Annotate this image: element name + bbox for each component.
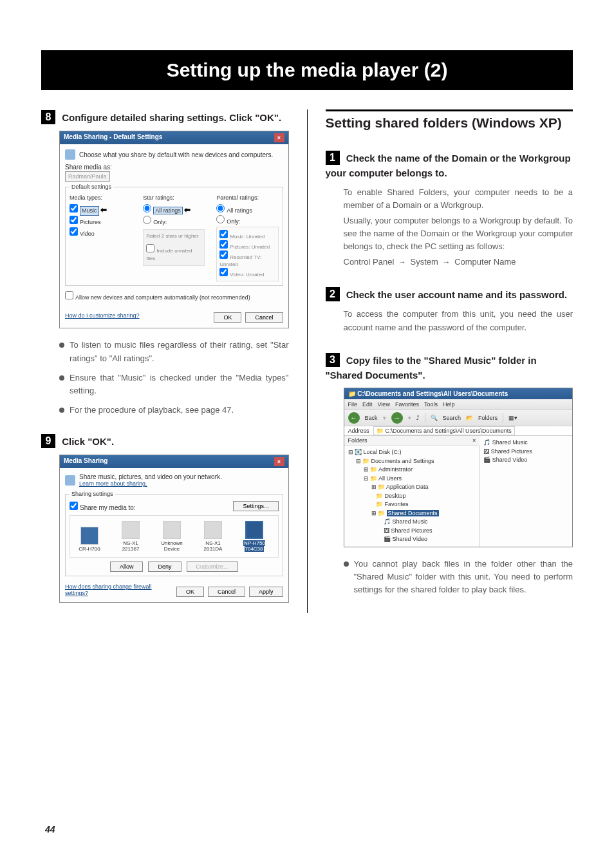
include-unrated-checkbox[interactable] — [146, 244, 154, 252]
tree-allusers[interactable]: All Users — [378, 475, 402, 482]
close-pane-icon[interactable]: × — [472, 437, 476, 444]
rating-pics: Pictures: Unrated — [230, 244, 270, 250]
parental-all-radio[interactable] — [216, 204, 225, 212]
tree-local-disk[interactable]: Local Disk (C:) — [364, 449, 402, 455]
step-9-badge: 9 — [41, 434, 55, 448]
menu-edit[interactable]: Edit — [362, 401, 373, 408]
cancel-button[interactable]: Cancel — [208, 587, 245, 597]
close-icon[interactable]: × — [274, 133, 284, 142]
ss1-share-as-label: Share media as: — [65, 164, 283, 171]
address-bar: Address 📁 C:\Documents and Settings\All … — [344, 426, 573, 436]
tree-favorites[interactable]: Favorites — [385, 501, 409, 507]
customize-link[interactable]: How do I customize sharing? — [65, 312, 140, 319]
device-item: NS-X1 2031DA — [196, 521, 230, 552]
menu-help[interactable]: Help — [443, 401, 455, 408]
device-item: Unknown Device — [155, 521, 189, 552]
rating-music: Music: Unrated — [230, 234, 265, 240]
parental-only-radio[interactable] — [216, 215, 225, 223]
device-item: NP-H750 704C38 — [237, 521, 271, 552]
step-1-p2: Usually, your computer belongs to a Work… — [344, 214, 573, 253]
device-icon[interactable] — [204, 521, 222, 539]
tree-admin[interactable]: Administrator — [378, 466, 413, 473]
close-icon[interactable]: × — [274, 457, 284, 466]
customize-button[interactable]: Customize... — [187, 561, 238, 572]
tree-shared-video[interactable]: Shared Video — [393, 536, 427, 542]
device-icon[interactable] — [122, 521, 140, 539]
sharing-legend: Sharing settings — [70, 491, 115, 497]
bullet-icon — [59, 408, 64, 413]
star-ratings-title: Star ratings: — [143, 194, 205, 203]
ok-button[interactable]: OK — [176, 587, 204, 597]
back-button-icon[interactable]: ← — [348, 412, 360, 424]
views-icon[interactable]: ▦▾ — [508, 415, 517, 421]
ss2-desc: Share music, pictures, and video on your… — [79, 473, 222, 480]
device-icon[interactable] — [80, 527, 98, 545]
rating-video-check[interactable] — [219, 268, 228, 276]
step-1-path: Control Panel → System → Computer Name — [344, 256, 573, 269]
ss1-title: Media Sharing - Default Settings — [64, 133, 162, 142]
device-icon[interactable] — [163, 521, 181, 539]
allow-button[interactable]: Allow — [110, 561, 144, 572]
allow-new-checkbox[interactable] — [65, 291, 73, 299]
step-9-title: Click "OK". — [62, 436, 114, 447]
back-label[interactable]: Back — [365, 415, 378, 421]
deny-button[interactable]: Deny — [148, 561, 181, 572]
device-label: CR-H700 — [79, 546, 100, 552]
list-item[interactable]: Shared Pictures — [491, 448, 532, 455]
device-label: NP-H750 704C38 — [243, 540, 265, 552]
star-rated-label: Rated 2 stars or higher — [146, 232, 201, 240]
search-icon[interactable]: 🔍 — [431, 415, 438, 421]
folders-icon[interactable]: 📂 — [466, 415, 473, 421]
step-3-badge: 3 — [326, 353, 340, 367]
ok-button[interactable]: OK — [214, 312, 241, 323]
firewall-link[interactable]: How does sharing change firewall setting… — [65, 583, 176, 596]
list-item[interactable]: Shared Video — [492, 457, 527, 463]
wmp-icon — [65, 149, 75, 160]
share-my-media-checkbox[interactable] — [70, 502, 78, 510]
video-checkbox[interactable] — [70, 227, 78, 236]
section-heading: Setting shared folders (Windows XP) — [326, 109, 573, 131]
star-only-radio[interactable] — [143, 216, 151, 224]
star-all-radio[interactable] — [143, 204, 151, 212]
ss2-titlebar: Media Sharing × — [60, 455, 288, 468]
menu-favorites[interactable]: Favorites — [395, 401, 419, 408]
search-label[interactable]: Search — [443, 415, 461, 421]
rating-music-check[interactable] — [219, 230, 228, 238]
default-settings-fieldset: Default settings Media types: Music ⬅ Pi… — [65, 184, 283, 286]
rating-pics-check[interactable] — [219, 240, 228, 249]
ss1-titlebar: Media Sharing - Default Settings × — [60, 131, 288, 144]
device-icon[interactable] — [245, 521, 263, 539]
menu-view[interactable]: View — [378, 401, 390, 408]
left-column: 8 Configure detailed sharing settings. C… — [41, 109, 289, 613]
tree-docset[interactable]: Documents and Settings — [371, 458, 434, 464]
menu-tools[interactable]: Tools — [424, 401, 438, 408]
page-title: Setting up the media player (2) — [167, 59, 448, 80]
folders-header: Folders × — [344, 436, 480, 446]
ss2-title: Media Sharing — [64, 457, 107, 466]
music-checkbox[interactable] — [70, 204, 78, 212]
address-input[interactable]: 📁 C:\Documents and Settings\All Users\Do… — [373, 426, 515, 435]
learn-more-link[interactable]: Learn more about sharing. — [79, 480, 222, 487]
folders-label[interactable]: Folders — [478, 415, 498, 421]
step-2-p1: To access the computer from this unit, y… — [344, 308, 573, 334]
tree-desktop[interactable]: Desktop — [385, 493, 406, 499]
rating-tv-check[interactable] — [219, 250, 228, 259]
cancel-button[interactable]: Cancel — [245, 312, 283, 323]
folders-header-label: Folders — [348, 437, 367, 444]
step-8-badge: 8 — [41, 110, 55, 124]
share-as-input[interactable]: Radman/Paula — [65, 171, 110, 182]
pictures-checkbox[interactable] — [70, 216, 78, 224]
settings-button[interactable]: Settings... — [233, 501, 278, 511]
apply-button[interactable]: Apply — [249, 587, 283, 597]
tree-shared-music[interactable]: Shared Music — [393, 518, 428, 525]
tree-shared-docs[interactable]: Shared Documents — [387, 510, 439, 516]
bullet-icon — [344, 561, 349, 567]
menu-file[interactable]: File — [348, 401, 358, 408]
list-item[interactable]: Shared Music — [492, 439, 528, 446]
tree-shared-pics[interactable]: Shared Pictures — [391, 527, 433, 534]
step-2-title: Check the user account name and its pass… — [346, 289, 567, 300]
forward-button-icon[interactable]: → — [391, 412, 403, 424]
tree-appdata[interactable]: Application Data — [386, 484, 429, 490]
bullet-row: To listen to music files regardless of t… — [59, 339, 289, 364]
up-icon[interactable]: ⤴ — [416, 415, 420, 421]
